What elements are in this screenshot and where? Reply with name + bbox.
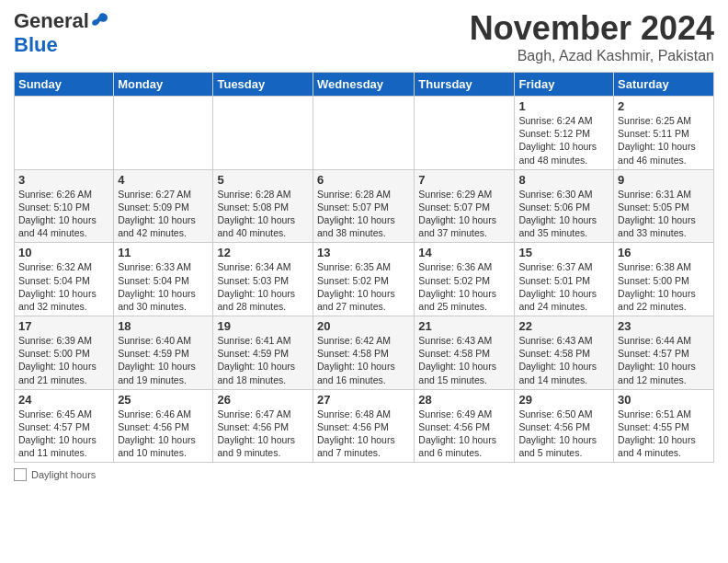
day-info: Sunrise: 6:40 AMSunset: 4:59 PMDaylight:…	[118, 334, 209, 386]
day-number: 25	[118, 393, 209, 407]
day-info: Sunrise: 6:32 AMSunset: 5:04 PMDaylight:…	[18, 260, 109, 313]
day-number: 7	[418, 173, 510, 187]
calendar-cell: 13Sunrise: 6:35 AMSunset: 5:02 PMDayligh…	[313, 243, 415, 316]
calendar-cell: 27Sunrise: 6:48 AMSunset: 4:56 PMDayligh…	[313, 389, 415, 463]
calendar-cell: 3Sunrise: 6:26 AMSunset: 5:10 PMDaylight…	[15, 169, 114, 243]
calendar-cell: 28Sunrise: 6:49 AMSunset: 4:56 PMDayligh…	[415, 389, 515, 463]
month-title: November 2024	[470, 9, 714, 48]
logo: General Blue	[14, 9, 109, 57]
calendar-cell: 12Sunrise: 6:34 AMSunset: 5:03 PMDayligh…	[213, 243, 313, 316]
day-info: Sunrise: 6:50 AMSunset: 4:56 PMDaylight:…	[518, 408, 609, 460]
calendar-cell: 17Sunrise: 6:39 AMSunset: 5:00 PMDayligh…	[15, 316, 114, 390]
calendar-cell: 5Sunrise: 6:28 AMSunset: 5:08 PMDaylight…	[213, 169, 313, 243]
day-number: 15	[518, 246, 609, 259]
day-info: Sunrise: 6:36 AMSunset: 5:02 PMDaylight:…	[418, 260, 510, 313]
day-number: 26	[217, 393, 309, 407]
calendar-cell: 23Sunrise: 6:44 AMSunset: 4:57 PMDayligh…	[614, 316, 714, 390]
day-info: Sunrise: 6:51 AMSunset: 4:55 PMDaylight:…	[618, 408, 710, 460]
day-number: 20	[317, 319, 410, 333]
calendar-cell: 26Sunrise: 6:47 AMSunset: 4:56 PMDayligh…	[213, 389, 313, 463]
day-info: Sunrise: 6:24 AMSunset: 5:12 PMDaylight:…	[518, 114, 609, 167]
day-number: 13	[317, 246, 410, 259]
daylight-label: Daylight hours	[31, 469, 96, 480]
day-info: Sunrise: 6:45 AMSunset: 4:57 PMDaylight:…	[18, 408, 109, 460]
day-number: 28	[418, 393, 510, 407]
day-number: 2	[618, 99, 710, 113]
calendar-cell: 15Sunrise: 6:37 AMSunset: 5:01 PMDayligh…	[515, 243, 614, 316]
day-info: Sunrise: 6:37 AMSunset: 5:01 PMDaylight:…	[518, 260, 609, 313]
day-info: Sunrise: 6:41 AMSunset: 4:59 PMDaylight:…	[217, 334, 309, 386]
calendar-header-monday: Monday	[114, 73, 213, 97]
day-info: Sunrise: 6:48 AMSunset: 4:56 PMDaylight:…	[317, 408, 410, 460]
day-number: 5	[217, 173, 309, 187]
logo-blue: Blue	[14, 33, 58, 56]
day-number: 16	[618, 246, 710, 259]
day-number: 21	[418, 319, 510, 333]
day-info: Sunrise: 6:30 AMSunset: 5:06 PMDaylight:…	[518, 188, 609, 240]
calendar-cell	[213, 97, 313, 170]
calendar-table: SundayMondayTuesdayWednesdayThursdayFrid…	[14, 72, 714, 463]
calendar-cell: 2Sunrise: 6:25 AMSunset: 5:11 PMDaylight…	[614, 97, 714, 170]
day-number: 23	[618, 319, 710, 333]
calendar-cell: 20Sunrise: 6:42 AMSunset: 4:58 PMDayligh…	[313, 316, 415, 390]
day-info: Sunrise: 6:34 AMSunset: 5:03 PMDaylight:…	[217, 260, 309, 313]
day-number: 10	[18, 246, 109, 259]
calendar-week-row: 10Sunrise: 6:32 AMSunset: 5:04 PMDayligh…	[15, 243, 714, 316]
day-info: Sunrise: 6:46 AMSunset: 4:56 PMDaylight:…	[118, 408, 209, 460]
day-info: Sunrise: 6:39 AMSunset: 5:00 PMDaylight:…	[18, 334, 109, 386]
calendar-cell: 8Sunrise: 6:30 AMSunset: 5:06 PMDaylight…	[515, 169, 614, 243]
day-number: 18	[118, 319, 209, 333]
calendar-header-row: SundayMondayTuesdayWednesdayThursdayFrid…	[15, 73, 714, 97]
daylight-box	[14, 468, 27, 481]
calendar-cell: 19Sunrise: 6:41 AMSunset: 4:59 PMDayligh…	[213, 316, 313, 390]
calendar-cell: 1Sunrise: 6:24 AMSunset: 5:12 PMDaylight…	[515, 97, 614, 170]
calendar-cell	[415, 97, 515, 170]
day-number: 9	[618, 173, 710, 187]
day-info: Sunrise: 6:25 AMSunset: 5:11 PMDaylight:…	[618, 114, 710, 167]
calendar-week-row: 17Sunrise: 6:39 AMSunset: 5:00 PMDayligh…	[15, 316, 714, 390]
calendar-cell: 9Sunrise: 6:31 AMSunset: 5:05 PMDaylight…	[614, 169, 714, 243]
calendar-cell: 14Sunrise: 6:36 AMSunset: 5:02 PMDayligh…	[415, 243, 515, 316]
day-number: 3	[18, 173, 109, 187]
calendar-cell: 16Sunrise: 6:38 AMSunset: 5:00 PMDayligh…	[614, 243, 714, 316]
calendar-header-tuesday: Tuesday	[213, 73, 313, 97]
day-number: 30	[618, 393, 710, 407]
calendar-cell: 7Sunrise: 6:29 AMSunset: 5:07 PMDaylight…	[415, 169, 515, 243]
calendar-week-row: 3Sunrise: 6:26 AMSunset: 5:10 PMDaylight…	[15, 169, 714, 243]
calendar-header-thursday: Thursday	[415, 73, 515, 97]
day-info: Sunrise: 6:38 AMSunset: 5:00 PMDaylight:…	[618, 260, 710, 313]
footer: Daylight hours	[14, 468, 714, 481]
title-block: November 2024 Bagh, Azad Kashmir, Pakist…	[470, 9, 714, 64]
calendar-header-sunday: Sunday	[15, 73, 114, 97]
day-number: 19	[217, 319, 309, 333]
calendar-cell: 30Sunrise: 6:51 AMSunset: 4:55 PMDayligh…	[614, 389, 714, 463]
calendar-cell: 11Sunrise: 6:33 AMSunset: 5:04 PMDayligh…	[114, 243, 213, 316]
calendar-cell: 24Sunrise: 6:45 AMSunset: 4:57 PMDayligh…	[15, 389, 114, 463]
day-info: Sunrise: 6:28 AMSunset: 5:08 PMDaylight:…	[217, 188, 309, 240]
day-info: Sunrise: 6:43 AMSunset: 4:58 PMDaylight:…	[518, 334, 609, 386]
page-container: General Blue November 2024 Bagh, Azad Ka…	[0, 0, 728, 486]
day-number: 29	[518, 393, 609, 407]
day-info: Sunrise: 6:47 AMSunset: 4:56 PMDaylight:…	[217, 408, 309, 460]
day-info: Sunrise: 6:33 AMSunset: 5:04 PMDaylight:…	[118, 260, 209, 313]
day-info: Sunrise: 6:29 AMSunset: 5:07 PMDaylight:…	[418, 188, 510, 240]
day-info: Sunrise: 6:26 AMSunset: 5:10 PMDaylight:…	[18, 188, 109, 240]
day-number: 17	[18, 319, 109, 333]
calendar-cell: 6Sunrise: 6:28 AMSunset: 5:07 PMDaylight…	[313, 169, 415, 243]
day-info: Sunrise: 6:43 AMSunset: 4:58 PMDaylight:…	[418, 334, 510, 386]
day-info: Sunrise: 6:28 AMSunset: 5:07 PMDaylight:…	[317, 188, 410, 240]
calendar-cell: 10Sunrise: 6:32 AMSunset: 5:04 PMDayligh…	[15, 243, 114, 316]
calendar-cell: 25Sunrise: 6:46 AMSunset: 4:56 PMDayligh…	[114, 389, 213, 463]
location: Bagh, Azad Kashmir, Pakistan	[470, 48, 714, 64]
calendar-cell: 4Sunrise: 6:27 AMSunset: 5:09 PMDaylight…	[114, 169, 213, 243]
calendar-cell: 22Sunrise: 6:43 AMSunset: 4:58 PMDayligh…	[515, 316, 614, 390]
calendar-header-saturday: Saturday	[614, 73, 714, 97]
day-info: Sunrise: 6:44 AMSunset: 4:57 PMDaylight:…	[618, 334, 710, 386]
day-info: Sunrise: 6:42 AMSunset: 4:58 PMDaylight:…	[317, 334, 410, 386]
calendar-cell	[313, 97, 415, 170]
logo-general: General	[14, 9, 89, 33]
day-info: Sunrise: 6:49 AMSunset: 4:56 PMDaylight:…	[418, 408, 510, 460]
day-number: 6	[317, 173, 410, 187]
day-number: 14	[418, 246, 510, 259]
day-info: Sunrise: 6:35 AMSunset: 5:02 PMDaylight:…	[317, 260, 410, 313]
